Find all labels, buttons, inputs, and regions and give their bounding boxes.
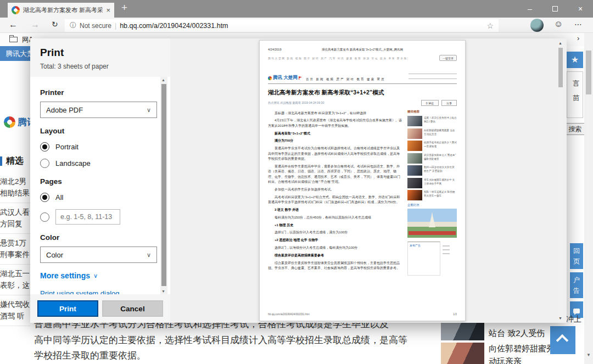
radio-selected-icon[interactable] bbox=[40, 193, 49, 202]
back-to-top-button bbox=[550, 326, 575, 354]
color-value: Color bbox=[46, 251, 63, 259]
floating-nav-button: 回页 bbox=[570, 243, 583, 269]
printer-dropdown[interactable]: Adobe PDF ∨ bbox=[40, 102, 157, 118]
scroll-down-icon[interactable]: ▼ bbox=[558, 316, 562, 320]
browser-window: 湖北高考新方案发布 新高考采取 × + – × ← → ↻ ⓘ Not secu… bbox=[0, 0, 593, 364]
preview-page: 4/24/2019 湖北高考新方案发布 新高考采取“3+1+2”模式_大楚网_腾… bbox=[259, 40, 466, 321]
paragraph: 参加统一高考的学生应参加选择性考试。 bbox=[268, 187, 402, 192]
more-settings-link[interactable]: More settings ∨ bbox=[40, 271, 160, 280]
bookmarks-folder-icon[interactable] bbox=[9, 37, 18, 42]
list-item: 湖北2男相助结果 bbox=[0, 172, 30, 203]
paragraph: 普通高中在校学生要想高中毕业，需要参加合格性考试。考试科目包括语文、数学、外语（… bbox=[268, 164, 402, 184]
print-button[interactable]: Print bbox=[37, 300, 98, 317]
scroll-up-icon[interactable]: ▲ bbox=[161, 78, 165, 82]
paragraph: 高考考试科目设置为“3+1+2”组合方式。即由全国统一高考语文、数学、外语3门科… bbox=[268, 195, 402, 205]
flag-icon bbox=[299, 76, 302, 80]
print-dialog-header: Print Total: 3 sheets of paper bbox=[30, 38, 170, 77]
more-menu-icon[interactable]: ⋯ bbox=[574, 20, 583, 29]
sidebar-item: 武汉查获失联单位入“黑名单” 骗取贷款被查 bbox=[407, 153, 457, 164]
chevron-down-icon: ∨ bbox=[93, 272, 98, 279]
close-button[interactable]: × bbox=[568, 0, 593, 18]
site-logo-row: 腾讯 大楚网 首页 新闻 视频 房产 财经 教育 健康 家居 bbox=[268, 75, 457, 84]
portrait-option[interactable]: Portrait bbox=[40, 142, 160, 152]
forward-button: → bbox=[31, 20, 40, 30]
search-button: 搜索 bbox=[566, 123, 585, 135]
window-titlebar: 湖北高考新方案发布 新高考采取 × + – × bbox=[0, 0, 593, 18]
feedback-smiley-icon[interactable]: ☺ bbox=[554, 19, 563, 29]
thumbnail bbox=[407, 178, 422, 188]
article-body-text: 普通高中学业水平考试分为合格性考试和选择性考试，合格性考试成绩是学生毕业以及 高… bbox=[34, 317, 446, 364]
ad-box: 发布广告 bbox=[407, 242, 440, 276]
settings-scrollbar[interactable]: ▲ ▼ bbox=[160, 77, 167, 294]
news-item-text: 动玩亲亲 bbox=[489, 356, 522, 364]
tab-title: 湖北高考新方案发布 新高考采取 bbox=[23, 6, 103, 14]
favorite-widget-button: ★ bbox=[567, 52, 583, 68]
printer-label: Printer bbox=[40, 88, 160, 97]
preview-page-footer: hb.qq.com/a/20190424/002331.htm 1/3 bbox=[268, 313, 457, 316]
sheet-count-label: Total: 3 sheets of paper bbox=[40, 63, 160, 70]
footer-page-number: 1/3 bbox=[453, 313, 457, 316]
paragraph: 综合素质评价是高校招录重要参考 bbox=[268, 253, 402, 258]
floating-nav-button: 户告 bbox=[570, 272, 583, 298]
preview-scrollbar-thumb[interactable] bbox=[558, 48, 563, 87]
print-date: 4/24/2019 bbox=[268, 48, 281, 51]
thumbnail bbox=[407, 165, 422, 176]
new-tab-button[interactable]: + bbox=[121, 2, 127, 14]
news-thumbnail bbox=[441, 322, 484, 340]
favorite-star-icon[interactable]: ☆ bbox=[486, 21, 494, 30]
landscape-option[interactable]: Landscape bbox=[40, 159, 160, 168]
left-news-list: 湖北2男相助结果 武汉人看方回复 悬赏1万刑事案件 湖北五一表彰，这 嫌代驾收酒… bbox=[0, 172, 30, 326]
radio-unselected-icon[interactable] bbox=[40, 159, 49, 168]
paragraph: 3 语文 数学 外语 bbox=[268, 208, 402, 212]
browser-tab[interactable]: 湖北高考新方案发布 新高考采取 × bbox=[8, 3, 114, 18]
community-title: 企鹅社区 bbox=[407, 203, 457, 207]
url-text[interactable]: hb.qq.com/a/20190424/002331.htm bbox=[120, 22, 228, 30]
chevron-down-icon: ∨ bbox=[147, 107, 151, 114]
photo-caption-band bbox=[409, 231, 456, 235]
back-button[interactable]: ← bbox=[9, 20, 18, 30]
article-body: 原标题：湖北高考新方案发布 科目设置为“3+1+2”，有12种选择 4月23日下… bbox=[268, 108, 402, 276]
radio-unselected-icon[interactable] bbox=[40, 212, 49, 222]
list-item: 悬赏1万刑事案件 bbox=[0, 234, 30, 265]
paragraph: +1 物理 历史 bbox=[268, 223, 402, 228]
scroll-down-icon[interactable]: ▼ bbox=[161, 289, 165, 293]
info-icon[interactable]: ⓘ bbox=[70, 21, 76, 30]
sidebar-item: 你的手机号命运值多少？测试一查便知道 bbox=[407, 141, 457, 151]
article-meta: 热点资讯 武汉晚报 新闻哥 2019-04-24 09:30 bbox=[268, 101, 324, 105]
pages-range-option[interactable] bbox=[40, 209, 160, 225]
print-settings-panel: Print Total: 3 sheets of paper Printer A… bbox=[30, 38, 170, 323]
sidebar-item: 荆州一22岁在校女大学生突然生产 弃婴获刑 bbox=[407, 165, 457, 176]
settings-scrollbar-thumb[interactable] bbox=[161, 84, 166, 286]
address-bar[interactable]: ⓘ Not secure | hb.qq.com/a/20190424/0023… bbox=[65, 19, 499, 32]
minimize-button[interactable]: – bbox=[517, 0, 542, 18]
tab-close-icon[interactable]: × bbox=[106, 6, 110, 14]
preview-scrollbar[interactable]: ▲ ▼ bbox=[557, 40, 564, 321]
color-dropdown[interactable]: Color ∨ bbox=[40, 247, 157, 263]
scroll-down-icon[interactable]: ▼ bbox=[586, 352, 591, 357]
print-preview-area: 4/24/2019 湖北高考新方案发布 新高考采取“3+1+2”模式_大楚网_腾… bbox=[170, 38, 567, 323]
site-top-nav: 腾讯大楚网 新闻 视频 图片 财经 房产 汽车 时尚 健康 教育 旅游 文化 娱… bbox=[268, 55, 457, 61]
article-headline: 湖北高考新方案发布 新高考采取“3+1+2”模式 bbox=[268, 89, 457, 97]
profile-avatar[interactable] bbox=[530, 19, 544, 32]
chevron-up-icon bbox=[556, 334, 569, 347]
stupa-shape bbox=[429, 212, 435, 227]
ad-row: 发布广告 bbox=[407, 242, 457, 276]
paragraph: 选择2门，以等级分计入考生总成绩，每科满分均为100分 bbox=[268, 245, 402, 250]
maximize-button[interactable] bbox=[542, 0, 568, 18]
bookmarks-overflow-icon[interactable]: › bbox=[577, 34, 579, 42]
page-scrollbar-thumb[interactable] bbox=[586, 51, 591, 94]
page-range-input[interactable] bbox=[55, 209, 120, 225]
site-logo-icon bbox=[268, 76, 272, 80]
sidebar-item: 危险！轿车追尾起火 险些烧毁大货车一整车 bbox=[407, 190, 457, 200]
scroll-up-icon[interactable]: ▲ bbox=[558, 41, 562, 45]
radio-selected-icon[interactable] bbox=[40, 142, 49, 152]
community-photo bbox=[407, 209, 457, 238]
article-meta-row: 热点资讯 武汉晚报 新闻哥 2019-04-24 09:30 0 评论 分享 bbox=[268, 100, 457, 106]
list-item: 武汉人看方回复 bbox=[0, 203, 30, 234]
paragraph: 4月23日下午，湖北省人民政府发布《湖北省高等学校考试招生综合改革实施方案》。该… bbox=[268, 118, 402, 128]
paragraph: 原标题：湖北高考新方案发布 科目设置为“3+1+2”，有12种选择 bbox=[268, 111, 402, 116]
refresh-button[interactable]: ↻ bbox=[52, 20, 58, 29]
paragraph: 普通高中学业水平考试分为合格性考试和选择性考试。合格性考试成绩是学生毕业以及高中… bbox=[268, 146, 402, 161]
pages-all-option[interactable]: All bbox=[40, 193, 160, 202]
cancel-button[interactable]: Cancel bbox=[102, 300, 163, 317]
